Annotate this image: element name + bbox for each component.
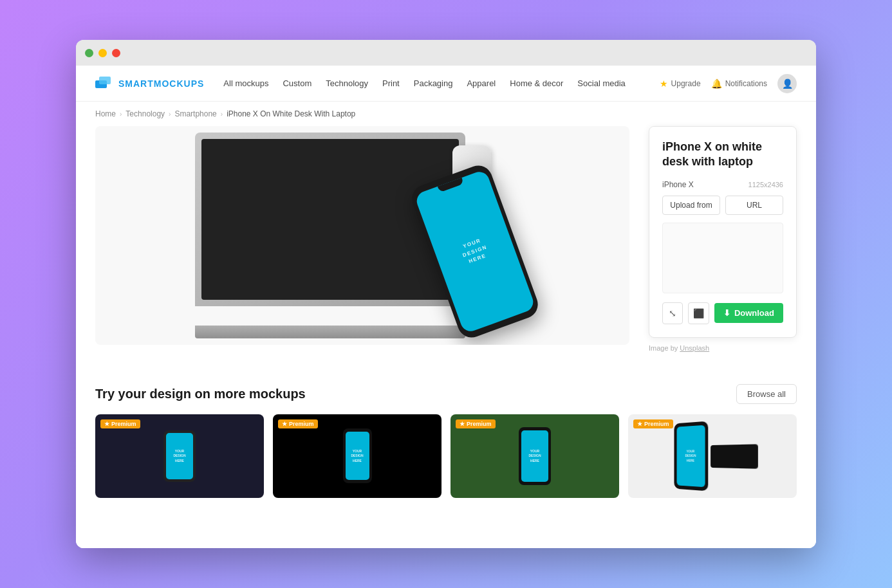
image-credit-text: Image by <box>649 344 678 352</box>
premium-badge-1: ★ Premium <box>100 419 140 428</box>
breadcrumb-sep-3: › <box>221 111 223 118</box>
save-icon: ⬛ <box>693 308 704 318</box>
breadcrumb-technology[interactable]: Technology <box>125 109 165 118</box>
navbar: SMARTMOCKUPS All mockups Custom Technolo… <box>76 66 816 102</box>
breadcrumb-sep-1: › <box>120 111 122 118</box>
nav-print[interactable]: Print <box>382 78 400 88</box>
premium-label-1: Premium <box>111 421 136 427</box>
premium-label-4: Premium <box>644 421 669 427</box>
mockup-preview: YOUR DESIGN HERE <box>95 126 629 345</box>
crop-button[interactable]: ⤡ <box>662 302 683 324</box>
unsplash-link[interactable]: Unsplash <box>680 344 709 352</box>
premium-badge-4: ★ Premium <box>633 419 673 428</box>
breadcrumb-sep-2: › <box>169 111 171 118</box>
download-button[interactable]: ⬇ Download <box>714 303 783 323</box>
bell-icon: 🔔 <box>711 78 722 89</box>
avatar[interactable]: 👤 <box>777 74 797 93</box>
nav-apparel[interactable]: Apparel <box>467 78 496 88</box>
upload-from-button[interactable]: Upload from <box>662 196 720 215</box>
panel-actions: ⤡ ⬛ ⬇ Download <box>662 302 783 324</box>
url-button[interactable]: URL <box>725 196 783 215</box>
premium-icon-2: ★ <box>282 421 287 427</box>
logo[interactable]: SMARTMOCKUPS <box>95 77 204 91</box>
device-label: iPhone X <box>662 180 694 189</box>
breadcrumb-smartphone[interactable]: Smartphone <box>174 109 216 118</box>
notifications-label: Notifications <box>725 79 767 88</box>
nav-custom[interactable]: Custom <box>283 78 311 88</box>
control-panel: iPhone X on white desk with laptop iPhon… <box>649 126 797 352</box>
close-dot[interactable] <box>85 49 93 57</box>
more-section-title: Try your design on more mockups <box>95 387 306 401</box>
main-content: Home › Technology › Smartphone › iPhone … <box>76 102 816 548</box>
mockup-card-1[interactable]: YOURDESIGNHERE ★ Premium <box>95 414 264 498</box>
save-button[interactable]: ⬛ <box>688 302 709 324</box>
panel-card: iPhone X on white desk with laptop iPhon… <box>649 126 797 338</box>
device-label-row: iPhone X 1125x2436 <box>662 180 783 189</box>
premium-badge-2: ★ Premium <box>278 419 318 428</box>
nav-home-decor[interactable]: Home & decor <box>510 78 563 88</box>
maximize-dot[interactable] <box>112 49 120 57</box>
nav-technology[interactable]: Technology <box>326 78 368 88</box>
logo-text: SMARTMOCKUPS <box>118 78 204 89</box>
nav-social-media[interactable]: Social media <box>577 78 625 88</box>
download-icon: ⬇ <box>723 308 730 318</box>
svg-rect-1 <box>99 77 111 84</box>
design-placeholder-text: YOUR DESIGN HERE <box>459 235 491 268</box>
crop-icon: ⤡ <box>669 308 676 318</box>
upload-row: Upload from URL <box>662 196 783 215</box>
browser-window: SMARTMOCKUPS All mockups Custom Technolo… <box>76 40 816 548</box>
avatar-icon: 👤 <box>782 78 793 89</box>
mockup-image-container: YOUR DESIGN HERE <box>95 126 629 345</box>
mockup-grid: YOURDESIGNHERE ★ Premium <box>95 414 797 498</box>
mockup-scene: YOUR DESIGN HERE <box>195 133 530 338</box>
breadcrumb: Home › Technology › Smartphone › iPhone … <box>76 102 816 126</box>
premium-label-3: Premium <box>467 421 492 427</box>
breadcrumb-current: iPhone X On White Desk With Laptop <box>227 109 355 118</box>
premium-badge-3: ★ Premium <box>456 419 496 428</box>
laptop-keyboard <box>195 326 465 338</box>
premium-icon-3: ★ <box>460 421 465 427</box>
more-header: Try your design on more mockups Browse a… <box>95 384 797 404</box>
mockup-card-3[interactable]: YOURDESIGNHERE ★ Premium <box>451 414 619 498</box>
title-bar <box>76 40 816 66</box>
nav-all-mockups[interactable]: All mockups <box>223 78 268 88</box>
premium-icon-1: ★ <box>104 421 109 427</box>
notifications-button[interactable]: 🔔 Notifications <box>711 78 767 89</box>
nav-right: ★ Upgrade 🔔 Notifications 👤 <box>660 74 797 93</box>
nav-links: All mockups Custom Technology Print Pack… <box>223 78 659 88</box>
premium-label-2: Premium <box>289 421 314 427</box>
image-credit: Image by Unsplash <box>649 344 797 352</box>
premium-icon-4: ★ <box>637 421 642 427</box>
product-section: YOUR DESIGN HERE <box>76 126 816 365</box>
more-section: Try your design on more mockups Browse a… <box>76 365 816 511</box>
browser-content: SMARTMOCKUPS All mockups Custom Technolo… <box>76 66 816 548</box>
download-label: Download <box>734 308 774 318</box>
upgrade-label: Upgrade <box>671 79 701 88</box>
nav-packaging[interactable]: Packaging <box>414 78 453 88</box>
upgrade-button[interactable]: ★ Upgrade <box>660 78 701 89</box>
mockup-card-4[interactable]: YOURDESIGNHERE ★ Premium <box>628 414 797 498</box>
mockup-card-2[interactable]: YOURDESIGNHERE ★ Premium <box>273 414 441 498</box>
star-icon: ★ <box>660 78 668 89</box>
preview-area <box>662 223 783 293</box>
iphone-screen: YOUR DESIGN HERE <box>414 169 536 334</box>
breadcrumb-home[interactable]: Home <box>95 109 116 118</box>
panel-title: iPhone X on white desk with laptop <box>662 140 783 170</box>
browse-all-button[interactable]: Browse all <box>736 384 797 404</box>
device-dimensions: 1125x2436 <box>748 181 783 188</box>
minimize-dot[interactable] <box>98 49 107 57</box>
